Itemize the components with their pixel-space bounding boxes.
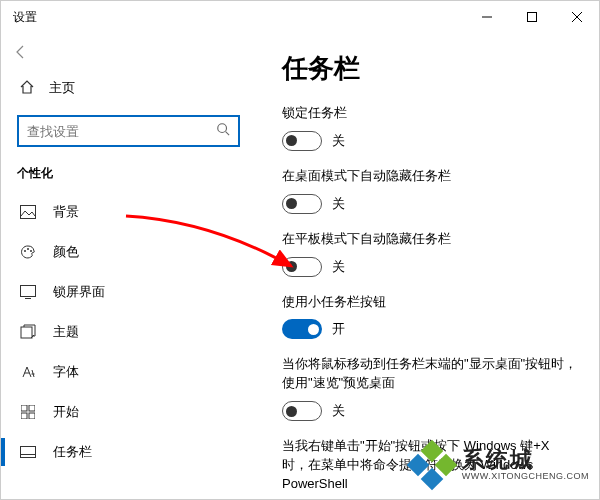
svg-point-9 bbox=[30, 250, 32, 252]
setting-autohide-tablet: 在平板模式下自动隐藏任务栏 关 bbox=[282, 230, 579, 277]
svg-rect-16 bbox=[29, 413, 35, 419]
svg-point-7 bbox=[24, 250, 26, 252]
svg-rect-1 bbox=[527, 13, 536, 22]
setting-small-buttons: 使用小任务栏按钮 开 bbox=[282, 293, 579, 340]
svg-line-5 bbox=[226, 132, 230, 136]
nav-label: 字体 bbox=[53, 363, 79, 381]
toggle-state: 关 bbox=[332, 402, 345, 420]
setting-autohide-desktop: 在桌面模式下自动隐藏任务栏 关 bbox=[282, 167, 579, 214]
sidebar-item-taskbar[interactable]: 任务栏 bbox=[1, 432, 256, 472]
svg-rect-15 bbox=[21, 413, 27, 419]
watermark-text: 系统城 bbox=[462, 448, 589, 472]
sidebar-item-fonts[interactable]: 字体 bbox=[1, 352, 256, 392]
sidebar-item-start[interactable]: 开始 bbox=[1, 392, 256, 432]
start-icon bbox=[19, 405, 37, 419]
svg-rect-10 bbox=[21, 286, 36, 297]
lockscreen-icon bbox=[19, 285, 37, 299]
sidebar-item-colors[interactable]: 颜色 bbox=[1, 232, 256, 272]
sidebar-item-lockscreen[interactable]: 锁屏界面 bbox=[1, 272, 256, 312]
svg-point-4 bbox=[218, 124, 227, 133]
home-icon bbox=[19, 79, 35, 98]
svg-rect-13 bbox=[21, 405, 27, 411]
font-icon bbox=[19, 364, 37, 380]
svg-point-8 bbox=[27, 248, 29, 250]
toggle-autohide-tablet[interactable] bbox=[282, 257, 322, 277]
watermark-url: WWW.XITONGCHENG.COM bbox=[462, 472, 589, 482]
setting-peek: 当你将鼠标移动到任务栏末端的"显示桌面"按钮时，使用"速览"预览桌面 关 bbox=[282, 355, 579, 421]
back-button[interactable] bbox=[1, 35, 41, 69]
svg-rect-6 bbox=[21, 206, 36, 219]
theme-icon bbox=[19, 324, 37, 340]
nav-label: 主题 bbox=[53, 323, 79, 341]
window-title: 设置 bbox=[13, 9, 37, 26]
toggle-state: 关 bbox=[332, 195, 345, 213]
setting-label: 在桌面模式下自动隐藏任务栏 bbox=[282, 167, 579, 186]
setting-lock-taskbar: 锁定任务栏 关 bbox=[282, 104, 579, 151]
taskbar-icon bbox=[19, 446, 37, 458]
search-icon bbox=[216, 122, 230, 140]
setting-label: 当你将鼠标移动到任务栏末端的"显示桌面"按钮时，使用"速览"预览桌面 bbox=[282, 355, 579, 393]
section-title: 个性化 bbox=[1, 161, 256, 192]
page-title: 任务栏 bbox=[282, 51, 579, 86]
svg-rect-17 bbox=[21, 447, 36, 458]
nav-label: 锁屏界面 bbox=[53, 283, 105, 301]
setting-label: 锁定任务栏 bbox=[282, 104, 579, 123]
toggle-autohide-desktop[interactable] bbox=[282, 194, 322, 214]
nav-label: 任务栏 bbox=[53, 443, 92, 461]
minimize-button[interactable] bbox=[464, 1, 509, 33]
setting-label: 使用小任务栏按钮 bbox=[282, 293, 579, 312]
nav-label: 颜色 bbox=[53, 243, 79, 261]
search-input[interactable] bbox=[17, 115, 240, 147]
toggle-state: 关 bbox=[332, 132, 345, 150]
search-field[interactable] bbox=[27, 124, 216, 139]
nav-label: 背景 bbox=[53, 203, 79, 221]
titlebar: 设置 bbox=[1, 1, 599, 33]
sidebar-item-themes[interactable]: 主题 bbox=[1, 312, 256, 352]
window-controls bbox=[464, 1, 599, 33]
sidebar: 主页 个性化 背景 颜色 锁屏界面 主题 bbox=[1, 33, 256, 499]
watermark-logo-icon bbox=[410, 443, 454, 487]
watermark: 系统城 WWW.XITONGCHENG.COM bbox=[410, 443, 589, 487]
toggle-small-buttons[interactable] bbox=[282, 319, 322, 339]
toggle-state: 关 bbox=[332, 258, 345, 276]
sidebar-item-home[interactable]: 主页 bbox=[1, 69, 256, 107]
close-button[interactable] bbox=[554, 1, 599, 33]
setting-label: 在平板模式下自动隐藏任务栏 bbox=[282, 230, 579, 249]
picture-icon bbox=[19, 205, 37, 219]
toggle-peek[interactable] bbox=[282, 401, 322, 421]
maximize-button[interactable] bbox=[509, 1, 554, 33]
toggle-state: 开 bbox=[332, 320, 345, 338]
nav-label: 开始 bbox=[53, 403, 79, 421]
home-label: 主页 bbox=[49, 79, 75, 97]
svg-rect-12 bbox=[21, 327, 32, 338]
content: 任务栏 锁定任务栏 关 在桌面模式下自动隐藏任务栏 关 在平板模式下自动隐藏任务… bbox=[256, 33, 599, 499]
toggle-lock-taskbar[interactable] bbox=[282, 131, 322, 151]
palette-icon bbox=[19, 244, 37, 260]
svg-rect-14 bbox=[29, 405, 35, 411]
sidebar-item-background[interactable]: 背景 bbox=[1, 192, 256, 232]
